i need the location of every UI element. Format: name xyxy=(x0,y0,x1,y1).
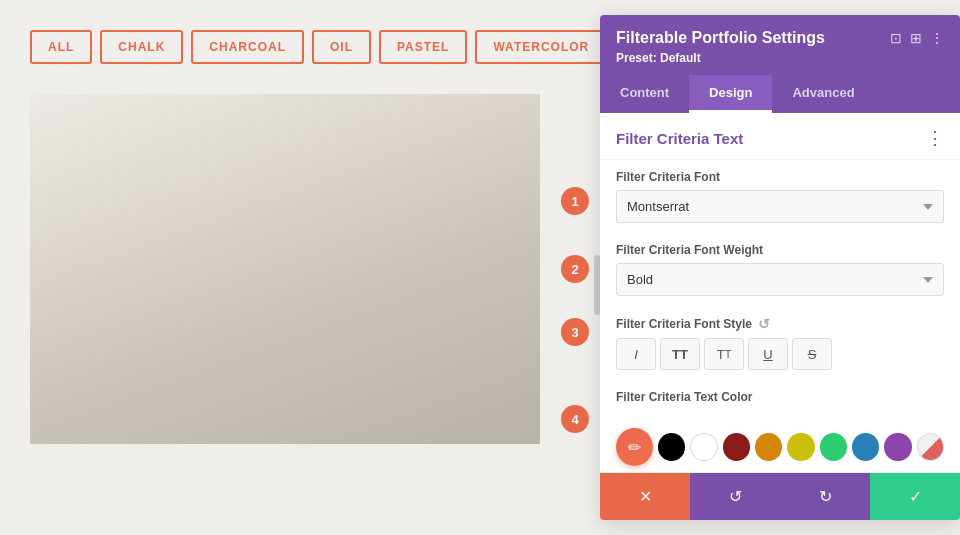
save-button[interactable]: ✓ xyxy=(870,473,960,520)
step-2-indicator: 2 xyxy=(561,255,589,283)
font-strikethrough-btn[interactable]: S xyxy=(792,338,832,370)
settings-panel: Filterable Portfolio Settings ⊡ ⊞ ⋮ Pres… xyxy=(600,15,960,520)
font-style-buttons: I TT TT U S xyxy=(616,338,944,370)
portfolio-image xyxy=(30,94,540,444)
font-smallcaps-btn[interactable]: TT xyxy=(704,338,744,370)
text-color-label: Filter Criteria Text Color xyxy=(616,390,944,404)
panel-preset: Preset: Default xyxy=(616,51,944,65)
section-header: Filter Criteria Text ⋮ xyxy=(600,113,960,160)
tab-advanced[interactable]: Advanced xyxy=(772,75,874,113)
eyedropper-icon: ✏ xyxy=(628,438,641,457)
color-blue[interactable] xyxy=(852,433,879,461)
color-diagonal[interactable] xyxy=(917,433,944,461)
font-weight-row: Filter Criteria Font Weight Bold Normal … xyxy=(600,233,960,306)
panel-header: Filterable Portfolio Settings ⊡ ⊞ ⋮ Pres… xyxy=(600,15,960,75)
color-yellow[interactable] xyxy=(787,433,814,461)
step-3-indicator: 3 xyxy=(561,318,589,346)
font-select[interactable]: Montserrat Open Sans Roboto Lato xyxy=(616,190,944,223)
panel-footer: ✕ ↺ ↻ ✓ xyxy=(600,472,960,520)
font-setting-row: Filter Criteria Font Montserrat Open San… xyxy=(600,160,960,233)
cancel-button[interactable]: ✕ xyxy=(600,473,690,520)
panel-title-icons: ⊡ ⊞ ⋮ xyxy=(890,30,944,46)
tab-design[interactable]: Design xyxy=(689,75,772,113)
filter-charcoal[interactable]: CHARCOAL xyxy=(191,30,304,64)
save-icon: ✓ xyxy=(909,487,922,506)
color-orange[interactable] xyxy=(755,433,782,461)
font-weight-select[interactable]: Bold Normal Light Extra Bold xyxy=(616,263,944,296)
font-style-reset-icon[interactable]: ↺ xyxy=(758,316,770,332)
preset-value[interactable]: Default xyxy=(660,51,701,65)
filter-all[interactable]: ALL xyxy=(30,30,92,64)
color-row: ✏ xyxy=(600,420,960,472)
grid-icon[interactable]: ⊞ xyxy=(910,30,922,46)
tab-content[interactable]: Content xyxy=(600,75,689,113)
filter-pastel[interactable]: PASTEL xyxy=(379,30,467,64)
panel-title-row: Filterable Portfolio Settings ⊡ ⊞ ⋮ xyxy=(616,29,944,47)
color-dark-red[interactable] xyxy=(723,433,750,461)
more-icon[interactable]: ⋮ xyxy=(930,30,944,46)
font-style-label: Filter Criteria Font Style ↺ xyxy=(616,316,944,332)
filter-bar: ALL CHALK CHARCOAL OIL PASTEL WATERCOLOR xyxy=(0,0,580,84)
preset-label: Preset: xyxy=(616,51,657,65)
portfolio-area: ALL CHALK CHARCOAL OIL PASTEL WATERCOLOR xyxy=(0,0,580,535)
eyedropper-btn[interactable]: ✏ xyxy=(616,428,653,466)
text-color-setting: Filter Criteria Text Color xyxy=(600,380,960,420)
panel-tabs: Content Design Advanced xyxy=(600,75,960,113)
filter-oil[interactable]: OIL xyxy=(312,30,371,64)
filter-chalk[interactable]: CHALK xyxy=(100,30,183,64)
font-style-row: Filter Criteria Font Style ↺ I TT TT U S xyxy=(600,306,960,380)
expand-icon[interactable]: ⊡ xyxy=(890,30,902,46)
undo-button[interactable]: ↺ xyxy=(690,473,780,520)
color-purple[interactable] xyxy=(884,433,911,461)
cancel-icon: ✕ xyxy=(639,487,652,506)
section-title: Filter Criteria Text xyxy=(616,130,743,147)
redo-icon: ↻ xyxy=(819,487,832,506)
step-1-indicator: 1 xyxy=(561,187,589,215)
color-green[interactable] xyxy=(820,433,847,461)
step-4-indicator: 4 xyxy=(561,405,589,433)
panel-body: Filter Criteria Text ⋮ Filter Criteria F… xyxy=(600,113,960,472)
redo-button[interactable]: ↻ xyxy=(780,473,870,520)
font-weight-label: Filter Criteria Font Weight xyxy=(616,243,944,257)
font-label: Filter Criteria Font xyxy=(616,170,944,184)
font-italic-btn[interactable]: I xyxy=(616,338,656,370)
color-white[interactable] xyxy=(690,433,717,461)
font-underline-btn[interactable]: U xyxy=(748,338,788,370)
section-more-icon[interactable]: ⋮ xyxy=(926,127,944,149)
panel-title: Filterable Portfolio Settings xyxy=(616,29,825,47)
color-black[interactable] xyxy=(658,433,685,461)
undo-icon: ↺ xyxy=(729,487,742,506)
filter-watercolor[interactable]: WATERCOLOR xyxy=(475,30,607,64)
font-caps-btn[interactable]: TT xyxy=(660,338,700,370)
